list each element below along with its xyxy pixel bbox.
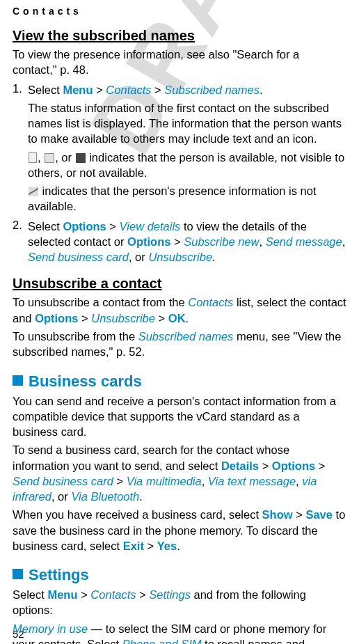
presence-hidden-icon (45, 153, 54, 163)
step-text: , , or indicates that the person is avai… (28, 150, 346, 181)
paragraph: Select Menu > Contacts > Settings and fr… (13, 587, 346, 618)
paragraph: To unsubscribe from the Subscribed names… (13, 329, 346, 360)
step-text: Select Menu > Contacts > Subscribed name… (28, 82, 346, 97)
heading-business-cards: Business cards (13, 372, 346, 391)
paragraph: To unsubscribe a contact from the Contac… (13, 294, 346, 326)
step-text: indicates that the person's presence inf… (28, 183, 346, 214)
paragraph: You can send and receive a person's cont… (13, 393, 346, 440)
step-text: The status information of the first cont… (28, 100, 346, 147)
step-number: 2. (13, 219, 28, 265)
heading-unsubscribe: Unsubscribe a contact (13, 276, 346, 292)
paragraph: To view the presence information, see al… (13, 47, 346, 78)
heading-view-subscribed: View the subscribed names (13, 28, 346, 44)
step-number: 1. (13, 82, 28, 214)
header-category: Contacts (13, 6, 346, 17)
step-text: Select Options > View details to view th… (28, 219, 346, 265)
paragraph: When you have received a business card, … (13, 507, 346, 553)
presence-unknown-icon (29, 187, 38, 196)
paragraph: To send a business card, search for the … (13, 442, 346, 504)
presence-unavailable-icon (76, 153, 86, 163)
presence-available-icon (29, 152, 37, 163)
square-bullet-icon (13, 569, 23, 579)
square-bullet-icon (13, 375, 23, 386)
heading-settings: Settings (13, 566, 346, 584)
paragraph: Memory in use — to select the SIM card o… (13, 621, 346, 644)
